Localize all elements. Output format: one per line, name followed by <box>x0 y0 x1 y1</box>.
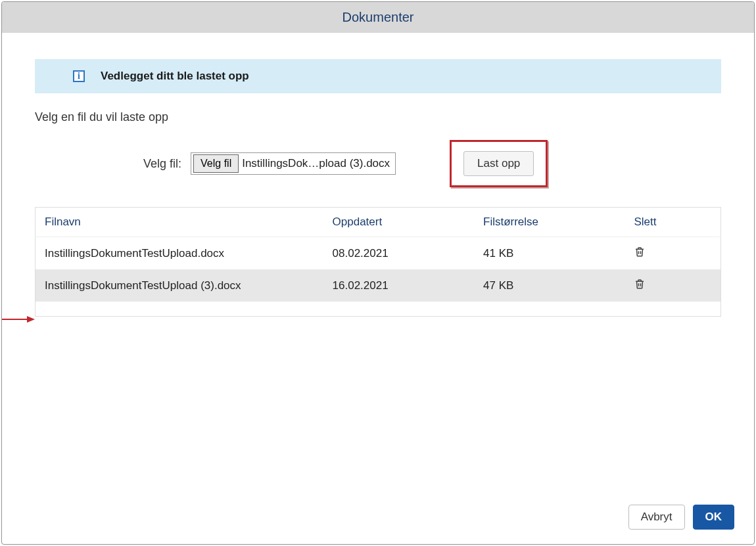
svg-marker-1 <box>27 316 35 323</box>
upload-button-highlight: Last opp <box>450 140 548 187</box>
files-table: Filnavn Oppdatert Filstørrelse Slett Ins… <box>35 207 721 317</box>
selected-file-name: InstillingsDok…pload (3).docx <box>241 157 395 170</box>
cell-size: 47 KB <box>474 269 625 302</box>
table-row: InstillingsDokumentTestUpload (3).docx 1… <box>35 269 721 302</box>
col-header-filename: Filnavn <box>35 208 323 237</box>
col-header-updated: Oppdatert <box>323 208 474 237</box>
dialog-title: Dokumenter <box>2 2 754 33</box>
documents-dialog: Dokumenter i Vedlegget ditt ble lastet o… <box>1 1 755 545</box>
cancel-button[interactable]: Avbryt <box>628 505 685 530</box>
ok-button[interactable]: OK <box>693 505 735 530</box>
success-banner: i Vedlegget ditt ble lastet opp <box>35 59 721 93</box>
info-icon: i <box>73 70 85 82</box>
file-input[interactable]: Velg fil InstillingsDok…pload (3).docx <box>191 152 396 175</box>
cell-filename: InstillingsDokumentTestUpload (3).docx <box>35 269 323 302</box>
cell-size: 41 KB <box>474 237 625 270</box>
cell-filename: InstillingsDokumentTestUpload.docx <box>35 237 323 270</box>
cell-updated: 16.02.2021 <box>323 269 474 302</box>
cell-updated: 08.02.2021 <box>323 237 474 270</box>
table-spacer <box>35 302 721 316</box>
upload-instruction: Velg en fil du vil laste opp <box>35 110 721 124</box>
trash-icon[interactable] <box>634 277 646 294</box>
trash-icon[interactable] <box>634 245 646 262</box>
col-header-delete: Slett <box>625 208 721 237</box>
file-select-label: Velg fil: <box>143 157 181 171</box>
browse-file-button[interactable]: Velg fil <box>193 154 239 173</box>
col-header-size: Filstørrelse <box>474 208 625 237</box>
upload-button[interactable]: Last opp <box>463 151 534 176</box>
dialog-footer: Avbryt OK <box>2 493 754 544</box>
arrow-right-icon <box>2 314 35 327</box>
table-row: InstillingsDokumentTestUpload.docx 08.02… <box>35 237 721 270</box>
dialog-body: i Vedlegget ditt ble lastet opp Velg en … <box>2 33 754 493</box>
upload-row: Velg fil: Velg fil InstillingsDok…pload … <box>35 140 721 187</box>
banner-message: Vedlegget ditt ble lastet opp <box>101 70 249 83</box>
